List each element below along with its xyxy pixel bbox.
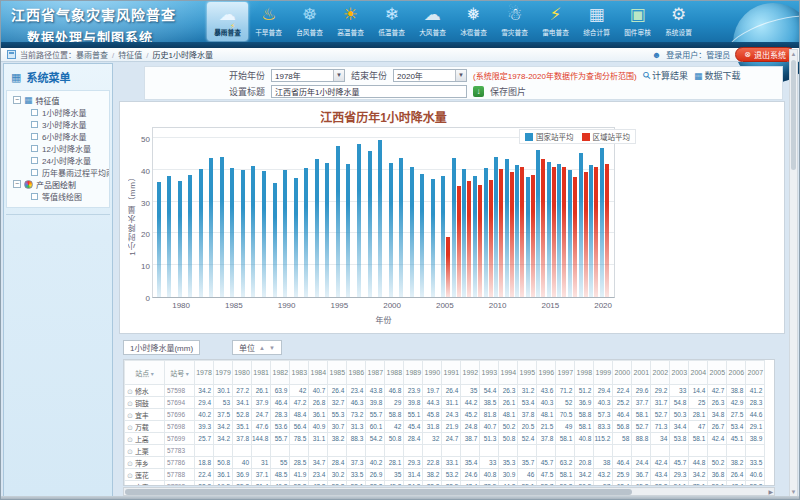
column-header-year[interactable]: 1992 (461, 361, 480, 385)
nav-item-snow[interactable]: ☃雪灾普查 (494, 2, 535, 41)
checkbox-icon[interactable] (31, 193, 38, 200)
column-header-year[interactable]: 2002 (651, 361, 670, 385)
column-header-year[interactable]: 1981 (252, 361, 271, 385)
checkbox-icon[interactable] (31, 145, 38, 152)
column-header-year[interactable]: 1997 (556, 361, 575, 385)
save-image-label[interactable]: 保存图片 (490, 85, 526, 98)
column-header-year[interactable]: 2006 (727, 361, 746, 385)
column-header-year[interactable]: 1991 (442, 361, 461, 385)
nav-item-drought[interactable]: ♨干旱普查 (248, 2, 289, 41)
breadcrumb-item[interactable]: 特征值 (118, 51, 142, 60)
nav-item-rainstorm[interactable]: ☁⚡暴雨普查 (207, 2, 248, 41)
calculate-button[interactable]: ⚲ 计算结果 (643, 69, 688, 82)
column-header-year[interactable]: 1989 (404, 361, 423, 385)
value-cell: 40.7 (309, 385, 328, 397)
column-header-year[interactable]: 1984 (309, 361, 328, 385)
checkbox-icon[interactable] (31, 169, 38, 176)
column-header-year[interactable]: 1998 (575, 361, 594, 385)
tree-item[interactable]: 等值线绘图 (7, 190, 109, 202)
unit-filter-box[interactable]: 单位 ▲ ▼ (232, 340, 282, 355)
radio-icon[interactable]: ⊙ (127, 448, 133, 455)
column-header-year[interactable]: 2005 (708, 361, 727, 385)
tree-item[interactable]: 12小时降水量 (7, 142, 109, 154)
logout-button[interactable]: ⊗ 退出系统 (735, 47, 795, 62)
column-header-year[interactable]: 1988 (385, 361, 404, 385)
table-horizontal-scrollbar[interactable]: ▶ (123, 487, 775, 496)
end-year-select[interactable]: 2020年 ▼ (393, 69, 467, 82)
value-cell: 47.5 (537, 469, 556, 481)
radio-icon[interactable]: ⊙ (127, 400, 133, 407)
tree-group-0[interactable]: −▦特征值 (7, 94, 109, 106)
measure-filter-box[interactable]: 1小时降水量(mm) (123, 340, 200, 355)
expand-toggle-icon[interactable]: − (13, 96, 21, 104)
column-header-year[interactable]: 1985 (328, 361, 347, 385)
nav-item-low-temp[interactable]: ❄低温普查 (371, 2, 412, 41)
nav-item-settings[interactable]: ⚙系统设置 (658, 2, 699, 41)
scroll-down-arrow[interactable]: ▼ (790, 489, 797, 495)
column-header-year[interactable]: 1987 (366, 361, 385, 385)
scroll-right-arrow[interactable]: ▶ (768, 488, 773, 496)
expand-toggle-icon[interactable]: − (13, 180, 21, 188)
column-header-year[interactable]: 1990 (423, 361, 442, 385)
radio-icon[interactable]: ⊙ (127, 472, 133, 479)
column-header-year[interactable]: 1999 (594, 361, 613, 385)
checkbox-icon[interactable] (31, 109, 38, 116)
nav-item-lightning[interactable]: ⚡雷电普查 (535, 2, 576, 41)
radio-icon[interactable]: ⊙ (127, 484, 133, 487)
checkbox-icon[interactable] (31, 121, 38, 128)
scrollbar-thumb[interactable] (125, 489, 632, 495)
column-header-year[interactable]: 2001 (632, 361, 651, 385)
column-header-year[interactable]: 1994 (499, 361, 518, 385)
column-header-year[interactable]: 1993 (480, 361, 499, 385)
breadcrumb-item[interactable]: 暴雨普查 (76, 51, 108, 60)
breadcrumb-item[interactable]: 历史1小时降水量 (152, 51, 212, 60)
column-header-station-id[interactable]: 站号 ▾ (165, 361, 195, 385)
column-header-station[interactable]: 站点 ▾ (125, 361, 165, 385)
column-header-year[interactable]: 1995 (518, 361, 537, 385)
column-header-year[interactable]: 2000 (613, 361, 632, 385)
column-header-year[interactable]: 1979 (214, 361, 233, 385)
start-year-select[interactable]: 1978年 ▼ (271, 69, 345, 82)
radio-icon[interactable]: ⊙ (127, 412, 133, 419)
radio-icon[interactable]: ⊙ (127, 436, 133, 443)
nav-item-gale[interactable]: ☁大风普查 (412, 2, 453, 41)
nav-item-high-temp[interactable]: ☀高温普查 (330, 2, 371, 41)
filter-dropdown-icon[interactable]: ▾ (149, 371, 154, 377)
tree-item[interactable]: 24小时降水量 (7, 154, 109, 166)
radio-icon[interactable]: ⊙ (127, 460, 133, 467)
filter-dropdown-icon[interactable]: ▾ (184, 371, 189, 377)
page-vertical-scrollbar[interactable]: ▲ ▼ (789, 49, 798, 497)
tree-item[interactable]: 1小时降水量 (7, 106, 109, 118)
value-cell: 36.1 (309, 409, 328, 421)
column-header-year[interactable]: 2007 (746, 361, 765, 385)
export-image-icon[interactable]: ↓ (473, 86, 484, 97)
column-header-year[interactable]: 1996 (537, 361, 556, 385)
column-header-year[interactable]: 1983 (290, 361, 309, 385)
radio-icon[interactable]: ⊙ (127, 388, 133, 395)
y-tick-label: 20 (128, 230, 150, 239)
tree-item[interactable]: 6小时降水量 (7, 130, 109, 142)
download-button[interactable]: ▦ 数据下载 (694, 69, 741, 82)
column-header-year[interactable]: 2004 (689, 361, 708, 385)
checkbox-icon[interactable] (31, 157, 38, 164)
scroll-up-arrow[interactable]: ▲ (790, 51, 797, 57)
nav-item-map-review[interactable]: ▣图件审核 (617, 2, 658, 41)
tree-group-1[interactable]: −产品图绘制 (7, 178, 109, 190)
checkbox-icon[interactable] (31, 133, 38, 140)
nav-item-hail[interactable]: ❅冰雹普查 (453, 2, 494, 41)
column-header-year[interactable]: 1986 (347, 361, 366, 385)
scrollbar-thumb[interactable] (791, 60, 796, 170)
value-cell: 42.4 (708, 433, 727, 445)
tree-item[interactable]: 历年暴雨过程平均雨量 (7, 166, 109, 178)
chart-title-input[interactable] (271, 85, 467, 98)
column-header-year[interactable]: 1982 (271, 361, 290, 385)
column-header-year[interactable]: 1980 (233, 361, 252, 385)
value-cell: 44.6 (746, 409, 765, 421)
tree-item[interactable]: 3小时降水量 (7, 118, 109, 130)
column-header-year[interactable]: 1978 (195, 361, 214, 385)
column-header-year[interactable]: 2003 (670, 361, 689, 385)
nav-item-calculator[interactable]: ▦综合计算 (576, 2, 617, 41)
value-cell: 58.1 (689, 433, 708, 445)
nav-item-typhoon[interactable]: ☸台风普查 (289, 2, 330, 41)
radio-icon[interactable]: ⊙ (127, 424, 133, 431)
